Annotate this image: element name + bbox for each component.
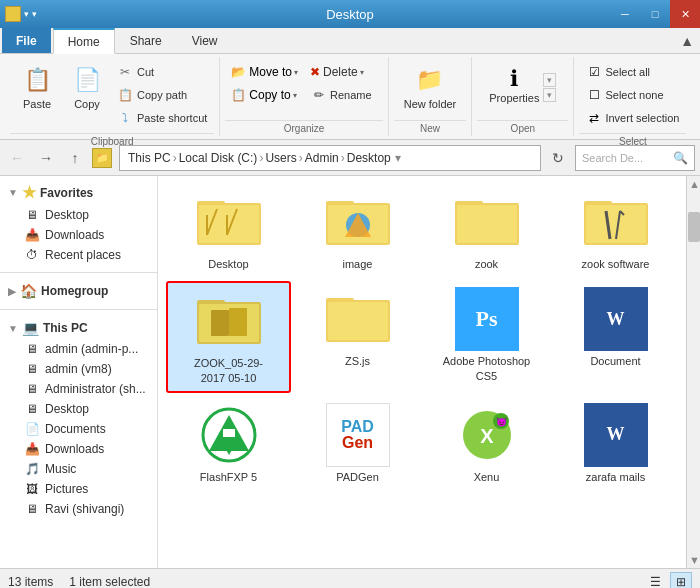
- favorites-header[interactable]: ▼ ★ Favorites: [0, 180, 157, 205]
- file-item-zook[interactable]: zook: [424, 184, 549, 277]
- location-icon[interactable]: 📁: [92, 148, 112, 168]
- file-label-desktop: Desktop: [208, 257, 248, 271]
- sidebar-item-admin-vm8[interactable]: 🖥 admin (vm8): [0, 359, 157, 379]
- open-arrow-2[interactable]: ▾: [543, 88, 556, 102]
- paste-shortcut-label: Paste shortcut: [137, 112, 207, 124]
- sidebar-desktop2-label: Desktop: [45, 402, 89, 416]
- file-item-zsjs[interactable]: ZS.js: [295, 281, 420, 393]
- sidebar-recent-label: Recent places: [45, 248, 121, 262]
- copy-label: Copy: [74, 98, 100, 110]
- select-all-label: Select all: [605, 66, 650, 78]
- tab-view[interactable]: View: [177, 28, 233, 53]
- padgen-text-pad: PAD: [341, 419, 374, 435]
- select-none-button[interactable]: ☐ Select none: [581, 84, 684, 106]
- maximize-button[interactable]: □: [640, 0, 670, 28]
- organize-group: 📂 Move to ▾ ✖ Delete ▾ 📋 Copy to ▾ ✏ Ren…: [220, 57, 388, 136]
- copy-to-button[interactable]: 📋 Copy to ▾: [227, 84, 302, 106]
- properties-button[interactable]: ℹ Properties ▾ ▾: [481, 63, 564, 107]
- paste-button[interactable]: 📋 Paste: [12, 61, 62, 113]
- xenu-logo: X 😈: [455, 403, 519, 467]
- sidebar-administrator-label: Administrator (sh...: [45, 382, 146, 396]
- sidebar-item-recent-places[interactable]: ⏱ Recent places: [0, 245, 157, 265]
- move-to-button[interactable]: 📂 Move to ▾: [227, 61, 302, 83]
- file-item-image[interactable]: image: [295, 184, 420, 277]
- right-scrollbar[interactable]: ▲ ▼: [686, 176, 700, 568]
- photoshop-icon: Ps: [455, 287, 519, 351]
- sidebar-item-downloads[interactable]: 📥 Downloads: [0, 225, 157, 245]
- file-label-zook: zook: [475, 257, 498, 271]
- cut-label: Cut: [137, 66, 154, 78]
- sidebar-item-ravi[interactable]: 🖥 Ravi (shivangi): [0, 499, 157, 519]
- documents-icon: 📄: [24, 421, 40, 437]
- favorites-label: Favorites: [40, 186, 93, 200]
- file-item-padgen[interactable]: PAD Gen PADGen: [295, 397, 420, 490]
- sidebar-item-admin-p[interactable]: 🖥 admin (admin-p...: [0, 339, 157, 359]
- file-label-xenu: Xenu: [474, 470, 500, 484]
- forward-button[interactable]: →: [34, 146, 58, 170]
- item-count: 13 items: [8, 575, 53, 589]
- cut-button[interactable]: ✂ Cut: [112, 61, 212, 83]
- delete-button[interactable]: ✖ Delete ▾: [306, 61, 381, 83]
- thispc-header[interactable]: ▼ 💻 This PC: [0, 317, 157, 339]
- file-label-image: image: [343, 257, 373, 271]
- padgen-logo: PAD Gen: [326, 403, 390, 467]
- refresh-button[interactable]: ↻: [546, 146, 570, 170]
- open-arrow-1[interactable]: ▾: [543, 73, 556, 87]
- view-large-icons-button[interactable]: ⊞: [670, 572, 692, 589]
- invert-selection-button[interactable]: ⇄ Invert selection: [581, 107, 684, 129]
- new-folder-button[interactable]: 📁 New folder: [396, 61, 465, 113]
- select-all-button[interactable]: ☑ Select all: [581, 61, 684, 83]
- file-item-photoshop[interactable]: Ps Adobe Photoshop CS5: [424, 281, 549, 393]
- status-info: 13 items 1 item selected: [8, 575, 150, 589]
- open-extras: ▾ ▾: [543, 73, 556, 102]
- word-icon: W: [584, 287, 648, 351]
- sidebar-item-administrator[interactable]: 🖥 Administrator (sh...: [0, 379, 157, 399]
- properties-icon-area: ℹ Properties: [489, 66, 539, 104]
- sidebar-item-desktop[interactable]: 🖥 Desktop: [0, 205, 157, 225]
- view-details-button[interactable]: ☰: [644, 572, 666, 589]
- svg-rect-24: [211, 310, 229, 336]
- ribbon-collapse-button[interactable]: ▲: [674, 28, 700, 53]
- scrollbar-up-arrow[interactable]: ▲: [687, 176, 700, 192]
- paste-shortcut-button[interactable]: ⤵ Paste shortcut: [112, 107, 212, 129]
- sidebar-admin-p-label: admin (admin-p...: [45, 342, 138, 356]
- sidebar-item-documents[interactable]: 📄 Documents: [0, 419, 157, 439]
- tab-file[interactable]: File: [2, 28, 51, 53]
- sidebar-item-music[interactable]: 🎵 Music: [0, 459, 157, 479]
- tab-share[interactable]: Share: [115, 28, 177, 53]
- file-item-xenu[interactable]: X 😈 Xenu: [424, 397, 549, 490]
- rename-button[interactable]: ✏ Rename: [306, 84, 381, 106]
- svg-rect-14: [457, 205, 517, 243]
- file-item-zook-selected[interactable]: ZOOK_05-29-2017 05-10: [166, 281, 291, 393]
- copy-button[interactable]: 📄 Copy: [62, 61, 112, 113]
- ps-logo: Ps: [455, 287, 519, 351]
- breadcrumb-admin: Admin: [305, 151, 339, 165]
- tab-home[interactable]: Home: [53, 28, 115, 54]
- organize-grid: 📂 Move to ▾ ✖ Delete ▾ 📋 Copy to ▾ ✏ Ren…: [225, 57, 382, 110]
- breadcrumb-thispc: This PC: [128, 151, 171, 165]
- scrollbar-thumb[interactable]: [688, 212, 700, 242]
- sidebar-downloads-label: Downloads: [45, 228, 104, 242]
- file-item-zarafa[interactable]: W zarafa mails: [553, 397, 678, 490]
- minimize-button[interactable]: ─: [610, 0, 640, 28]
- svg-text:😈: 😈: [495, 416, 507, 428]
- file-item-desktop[interactable]: Desktop: [166, 184, 291, 277]
- sidebar-item-pictures[interactable]: 🖼 Pictures: [0, 479, 157, 499]
- file-item-zook-software[interactable]: zook software: [553, 184, 678, 277]
- up-button[interactable]: ↑: [63, 146, 87, 170]
- back-button[interactable]: ←: [5, 146, 29, 170]
- sidebar-desktop-label: Desktop: [45, 208, 89, 222]
- sidebar-item-downloads2[interactable]: 📥 Downloads: [0, 439, 157, 459]
- search-icon: 🔍: [673, 151, 688, 165]
- new-label: New: [394, 120, 467, 136]
- title-bar: ▾ ▾ Desktop ─ □ ✕: [0, 0, 700, 28]
- file-item-flashfxp[interactable]: FlashFXP 5: [166, 397, 291, 490]
- close-button[interactable]: ✕: [670, 0, 700, 28]
- sidebar-item-desktop2[interactable]: 🖥 Desktop: [0, 399, 157, 419]
- scrollbar-down-arrow[interactable]: ▼: [687, 552, 700, 568]
- sidebar-pictures-label: Pictures: [45, 482, 88, 496]
- file-item-document[interactable]: W Document: [553, 281, 678, 393]
- homegroup-header[interactable]: ▶ 🏠 Homegroup: [0, 280, 157, 302]
- copy-path-button[interactable]: 📋 Copy path: [112, 84, 212, 106]
- new-group: 📁 New folder New: [389, 57, 473, 136]
